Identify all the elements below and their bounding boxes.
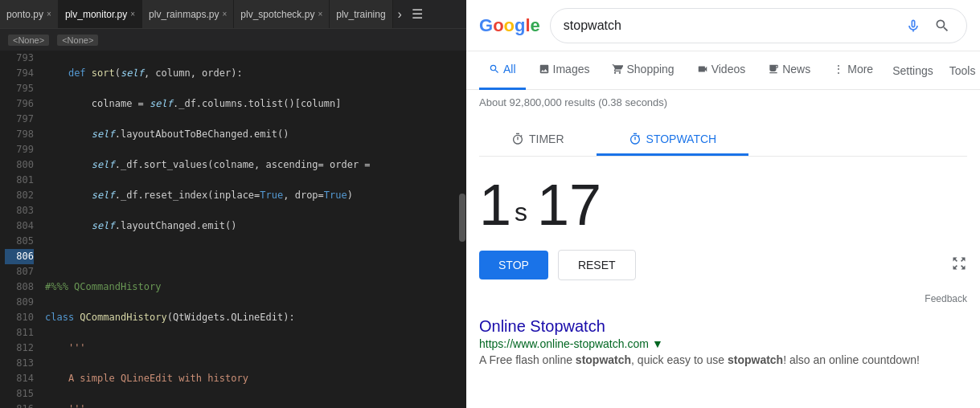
search-box[interactable]: stopwatch [550, 8, 967, 43]
results-info: About 92,800,000 results (0.38 seconds) [466, 90, 980, 115]
nav-label-news: News [782, 63, 810, 75]
tab-menu-btn[interactable]: ☰ [407, 0, 428, 28]
widget-controls: STOP RESET [479, 250, 967, 280]
result-url-text: https://www.online-stopwatch.com [479, 337, 649, 350]
tools-button[interactable]: Tools [943, 64, 980, 77]
snippet-bold-2: stopwatch [728, 353, 783, 366]
tab-label: plv_spotcheck.py [240, 9, 314, 20]
tab-plv-rainmaps[interactable]: plv_rainmaps.py × [142, 0, 234, 28]
search-text: stopwatch [564, 18, 896, 33]
nav-label-images: Images [553, 63, 590, 75]
tab-label: ponto.py [6, 9, 43, 20]
scrollbar-thumb[interactable] [459, 194, 465, 242]
nav-label-more: More [847, 63, 873, 75]
expand-button[interactable] [951, 255, 967, 275]
stopwatch-tab-label: STOPWATCH [646, 133, 717, 145]
timer-tab-label: TIMER [529, 133, 564, 145]
google-logo: Google [479, 15, 540, 36]
nav-label-shopping: Shopping [626, 63, 674, 75]
stopwatch-tab[interactable]: STOPWATCH [597, 124, 749, 156]
settings-button[interactable]: Settings [886, 64, 940, 77]
tab-label: plv_training [336, 9, 385, 20]
stopwatch-seconds: 1 [479, 176, 511, 234]
tab-close-plv-monitor[interactable]: × [130, 10, 135, 18]
widget-tabs: TIMER STOPWATCH [479, 124, 967, 157]
tab-close-plv-rainmaps[interactable]: × [222, 10, 227, 18]
stop-button[interactable]: STOP [479, 251, 548, 279]
stopwatch-display: 1 s 17 [479, 169, 967, 240]
tab-close-ponto[interactable]: × [47, 10, 51, 18]
nav-item-images[interactable]: Images [529, 51, 600, 90]
tab-close-plv-spotcheck[interactable]: × [318, 10, 322, 18]
path-right[interactable]: <None> [57, 35, 98, 46]
nav-label-all: All [503, 63, 516, 75]
tab-plv-monitor[interactable]: plv_monitor.py × [59, 0, 142, 28]
timer-tab[interactable]: TIMER [479, 124, 597, 156]
tab-label: plv_rainmaps.py [149, 9, 219, 20]
google-nav: All Images Shopping Videos News ⋮ More S… [466, 51, 980, 90]
more-dots-icon: ⋮ [833, 63, 844, 75]
snippet-bold-1: stopwatch [576, 353, 631, 366]
nav-label-videos: Videos [711, 63, 746, 75]
stopwatch-centiseconds: 17 [537, 176, 601, 234]
result-dropdown-icon[interactable]: ▼ [652, 337, 663, 350]
nav-item-all[interactable]: All [479, 51, 526, 90]
file-path-bar: <None> <None> [0, 28, 466, 51]
tab-bar: ponto.py × plv_monitor.py × plv_rainmaps… [0, 0, 466, 28]
nav-item-shopping[interactable]: Shopping [602, 51, 683, 90]
search-button[interactable] [931, 14, 953, 37]
scrollbar[interactable] [458, 51, 466, 408]
tab-overflow-btn[interactable]: › [393, 0, 407, 28]
google-panel: Google stopwatch All [466, 0, 980, 408]
stopwatch-unit: s [515, 198, 527, 227]
result-url: https://www.online-stopwatch.com ▼ [479, 337, 967, 350]
tab-label: plv_monitor.py [65, 9, 127, 20]
tab-plv-spotcheck[interactable]: plv_spotcheck.py × [234, 0, 330, 28]
code-editor: ponto.py × plv_monitor.py × plv_rainmaps… [0, 0, 466, 408]
result-title-link[interactable]: Online Stopwatch [479, 317, 605, 335]
stopwatch-widget: TIMER STOPWATCH 1 s 17 STOP RESET [466, 115, 980, 290]
line-numbers: 793 794 795 796 797 798 799 800 801 802 … [0, 51, 39, 408]
code-area: 793 794 795 796 797 798 799 800 801 802 … [0, 51, 466, 408]
nav-item-videos[interactable]: Videos [687, 51, 756, 90]
search-result: Online Stopwatch https://www.online-stop… [466, 308, 980, 378]
nav-item-more[interactable]: ⋮ More [823, 51, 883, 90]
code-content[interactable]: def sort(self, column, order): colname =… [39, 51, 458, 408]
nav-item-news[interactable]: News [758, 51, 820, 90]
search-icons [902, 14, 953, 37]
tab-plv-training[interactable]: plv_training [330, 0, 392, 28]
reset-button[interactable]: RESET [558, 250, 636, 280]
result-snippet: A Free flash online stopwatch, quick eas… [479, 352, 967, 369]
path-left[interactable]: <None> [8, 35, 49, 46]
feedback-row: Feedback [466, 290, 980, 308]
tab-ponto[interactable]: ponto.py × [0, 0, 59, 28]
voice-search-button[interactable] [902, 14, 925, 37]
feedback-label[interactable]: Feedback [925, 293, 967, 304]
google-header: Google stopwatch [466, 0, 980, 51]
